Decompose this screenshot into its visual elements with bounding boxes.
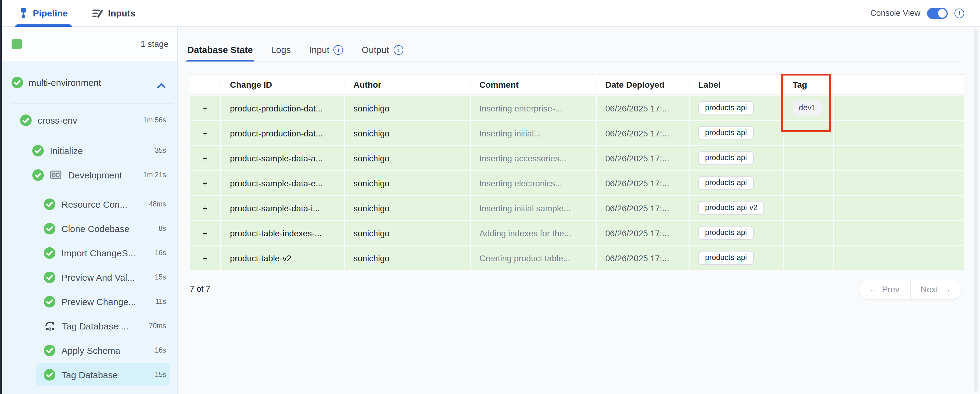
comment-cell: Inserting enterprise-... xyxy=(471,96,595,120)
pipeline-step-preview-change[interactable]: Preview Change... 11s xyxy=(0,289,177,314)
step-label: Tag Database xyxy=(61,369,118,380)
stage-count: 1 stage xyxy=(140,26,169,62)
expand-row-button[interactable]: + xyxy=(190,196,220,220)
table-row[interactable]: + product-sample-data-a... sonichigo Ins… xyxy=(190,146,964,170)
label-badge: products-api xyxy=(698,126,754,140)
info-icon[interactable]: i xyxy=(955,8,964,18)
expand-row-button[interactable]: + xyxy=(190,221,220,245)
divider xyxy=(11,103,173,104)
label-badge: products-api xyxy=(698,176,754,190)
pipeline-step-clone-codebase[interactable]: Clone Codebase 8s xyxy=(0,216,177,241)
arrow-right-icon: → xyxy=(942,284,951,294)
scrollbar[interactable] xyxy=(974,29,978,392)
tab-database-state[interactable]: Database State i xyxy=(187,37,253,62)
table-row[interactable]: + product-table-indexes-... sonichigo Ad… xyxy=(190,221,964,245)
change-id-cell: product-production-dat... xyxy=(221,121,344,145)
console-view-toggle[interactable] xyxy=(927,8,948,19)
info-icon[interactable]: i xyxy=(334,45,344,54)
label-cell: products-api-v2 xyxy=(690,196,783,220)
chevron-up-icon[interactable] xyxy=(157,80,165,91)
table-row[interactable]: + product-sample-data-e... sonichigo Ins… xyxy=(190,171,964,195)
change-id-cell: product-production-dat... xyxy=(221,96,344,120)
comment-cell: Adding indexes for the... xyxy=(471,221,595,245)
label-badge: products-api-v2 xyxy=(698,201,764,215)
pipeline-step-apply-schema[interactable]: Apply Schema 16s xyxy=(0,338,177,362)
stage-group-multi-environment[interactable]: multi-environment xyxy=(0,62,177,103)
prev-button[interactable]: ← Prev xyxy=(859,279,910,299)
expand-row-button[interactable]: + xyxy=(190,146,220,170)
step-duration: 35s xyxy=(155,147,177,154)
expand-row-button[interactable]: + xyxy=(190,96,220,120)
pipeline-step-development[interactable]: Development 1m 21s xyxy=(0,163,177,187)
tab-logs[interactable]: Logs i xyxy=(271,37,291,62)
expand-row-button[interactable]: + xyxy=(190,246,220,270)
date-deployed-cell: 06/26/2025 17:... xyxy=(597,96,689,120)
divider xyxy=(187,62,964,62)
date-deployed-cell: 06/26/2025 17:... xyxy=(597,171,689,195)
column-header-label: Label xyxy=(690,74,783,95)
label-badge: products-api xyxy=(698,226,754,240)
pipeline-step-import-changes[interactable]: Import ChangeS... 16s xyxy=(0,241,177,265)
pipeline-step-resource-con[interactable]: Resource Con... 48ms xyxy=(0,192,177,216)
pipeline-step-preview-and-val[interactable]: Preview And Val... 15s xyxy=(0,265,177,289)
step-label: Clone Codebase xyxy=(61,223,130,233)
toggle-knob xyxy=(938,9,947,18)
check-icon xyxy=(32,145,44,156)
info-icon[interactable]: i xyxy=(393,45,403,54)
pipeline-step-tag-database[interactable]: Tag Database 15s xyxy=(0,362,177,387)
next-button[interactable]: Next → xyxy=(910,279,961,299)
table-row[interactable]: + product-sample-data-i... sonichigo Ins… xyxy=(190,196,964,220)
date-deployed-cell: 06/26/2025 17:... xyxy=(597,221,689,245)
expand-row-button[interactable]: + xyxy=(190,171,220,195)
change-id-cell: product-sample-data-i... xyxy=(221,196,344,220)
date-deployed-cell: 06/26/2025 17:... xyxy=(597,246,689,270)
check-icon xyxy=(32,169,44,180)
step-label: Apply Schema xyxy=(61,345,120,355)
label-cell: products-api xyxy=(690,121,783,145)
check-icon xyxy=(44,223,56,234)
step-duration: 15s xyxy=(155,273,177,281)
tab-inputs[interactable]: Inputs xyxy=(89,0,139,26)
expand-row-button[interactable]: + xyxy=(190,121,220,145)
check-icon xyxy=(11,77,23,88)
tab-input[interactable]: Input i xyxy=(309,37,344,62)
arrow-left-icon: ← xyxy=(869,284,878,294)
pipeline-step-tag-database[interactable]: Tag Database ... 70ms xyxy=(0,314,177,338)
tab-inputs-label: Inputs xyxy=(108,8,135,18)
label-cell: products-api xyxy=(690,146,783,170)
step-label: Preview And Val... xyxy=(61,272,135,282)
author-cell: sonichigo xyxy=(345,146,469,170)
comment-cell: Inserting initial sample... xyxy=(471,196,595,220)
step-duration: 15s xyxy=(155,371,177,378)
pipeline-step-cross-env[interactable]: cross-env 1m 56s xyxy=(0,108,177,132)
author-cell: sonichigo xyxy=(345,196,469,220)
label-cell: products-api xyxy=(690,171,783,195)
table-row[interactable]: + product-production-dat... sonichigo In… xyxy=(190,96,964,120)
check-icon xyxy=(20,114,32,126)
table-row[interactable]: + product-table-v2 sonichigo Creating pr… xyxy=(190,246,964,270)
table-row[interactable]: + product-production-dat... sonichigo In… xyxy=(190,121,964,145)
top-bar: Pipeline Inputs Console View i xyxy=(0,0,980,27)
comment-cell: Inserting accessories... xyxy=(471,146,595,170)
author-cell: sonichigo xyxy=(345,171,469,195)
change-id-cell: product-table-v2 xyxy=(221,246,344,270)
console-view-control: Console View i xyxy=(870,0,964,26)
database-state-table: Change IDAuthorCommentDate DeployedLabel… xyxy=(190,74,964,270)
tag-cell xyxy=(784,196,833,220)
step-duration: 1m 21s xyxy=(143,171,177,179)
stage-group-label: multi-environment xyxy=(29,77,101,88)
author-cell: sonichigo xyxy=(345,121,469,145)
pipeline-step-initialize[interactable]: Initialize 35s xyxy=(0,138,177,163)
collapsed-panel-edge xyxy=(0,0,2,394)
date-deployed-cell: 06/26/2025 17:... xyxy=(597,196,689,220)
empty-cell xyxy=(834,246,964,270)
empty-cell xyxy=(834,96,964,120)
check-icon xyxy=(44,247,56,258)
step-duration: 16s xyxy=(155,346,177,354)
empty-cell xyxy=(834,146,964,170)
author-cell: sonichigo xyxy=(345,246,469,270)
tab-pipeline[interactable]: Pipeline xyxy=(15,0,72,26)
table-header: Change IDAuthorCommentDate DeployedLabel… xyxy=(190,74,964,95)
environment-icon xyxy=(50,170,62,179)
tab-output[interactable]: Output i xyxy=(362,37,403,62)
